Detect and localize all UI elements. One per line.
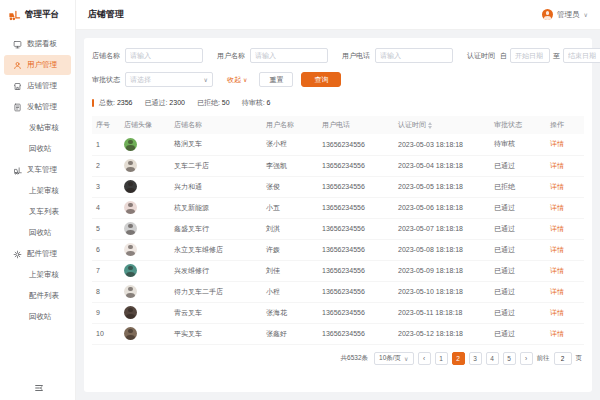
detail-link[interactable]: 详情: [550, 225, 564, 232]
row-index: 3: [92, 176, 120, 197]
prev-page-button[interactable]: ‹: [418, 352, 431, 365]
stats-accent-bar: [92, 99, 94, 107]
app-window: 管理平台 数据看板用户管理店铺管理发帖管理发帖审核回收站叉车管理上架审核叉车列表…: [0, 0, 600, 400]
page-size-select[interactable]: 10条/页 ∨: [374, 352, 413, 365]
collapse-filters-label: 收起: [227, 75, 241, 85]
detail-link[interactable]: 详情: [550, 140, 564, 147]
sidebar-item-配件列表[interactable]: 配件列表: [4, 286, 71, 306]
store-avatar-image: [124, 306, 137, 319]
table-row: 3兴力和通张俊136562345562023-05-05 18:18:18已拒绝…: [92, 176, 584, 197]
detail-link[interactable]: 详情: [550, 162, 564, 169]
sidebar-item-发帖管理[interactable]: 发帖管理: [4, 97, 71, 117]
query-button[interactable]: 查询: [301, 72, 341, 87]
user-name-input[interactable]: [250, 48, 328, 63]
detail-link[interactable]: 详情: [550, 204, 564, 211]
sidebar-item-上架审核[interactable]: 上架审核: [4, 265, 71, 285]
sidebar-item-店铺管理[interactable]: 店铺管理: [4, 76, 71, 96]
end-date-input[interactable]: [563, 48, 600, 63]
store-avatar: [120, 155, 170, 176]
store-name: 得力叉车二手店: [170, 281, 262, 302]
goto-label: 前往: [537, 354, 550, 363]
sidebar-item-叉车列表[interactable]: 叉车列表: [4, 202, 71, 222]
store-avatar: [120, 176, 170, 197]
approval-status-select[interactable]: 请选择 ∨: [125, 72, 213, 87]
table-body: 1格润叉车张小程136562345562023-05-03 18:18:18待审…: [92, 134, 584, 344]
start-date-input[interactable]: [510, 48, 550, 63]
approval-status: 已拒绝: [490, 176, 546, 197]
row-index: 1: [92, 134, 120, 155]
sidebar-item-label: 发帖管理: [27, 102, 57, 112]
user-icon: [13, 61, 22, 70]
table-header-row: 序号店铺头像店铺名称用户名称用户电话认证时间审批状态操作: [92, 116, 584, 134]
store-avatar: [120, 197, 170, 218]
sidebar-collapse-button[interactable]: [0, 376, 75, 400]
chevron-icon: ∨: [243, 76, 247, 83]
next-page-button[interactable]: ›: [520, 352, 533, 365]
page-button-4[interactable]: 4: [486, 352, 499, 365]
sort-icon[interactable]: [428, 122, 432, 129]
table-row: 10平实叉车张鑫好136562345562023-05-12 18:18:18已…: [92, 323, 584, 344]
approval-status: 已通过: [490, 260, 546, 281]
table-row: 4杭叉新能源小五136562345562023-05-06 18:18:18已通…: [92, 197, 584, 218]
column-header-店铺名称: 店铺名称: [170, 116, 262, 134]
sidebar-item-发帖审核[interactable]: 发帖审核: [4, 118, 71, 138]
forklift-logo-icon: [8, 9, 21, 22]
auth-time: 2023-05-10 18:18:18: [394, 281, 490, 302]
page-button-2[interactable]: 2: [452, 352, 465, 365]
user-menu[interactable]: 管理员 ∨: [542, 9, 588, 20]
auth-time: 2023-05-06 18:18:18: [394, 197, 490, 218]
store-avatar-image: [124, 327, 137, 340]
detail-link[interactable]: 详情: [550, 267, 564, 274]
row-index: 7: [92, 260, 120, 281]
auth-time: 2023-05-11 18:18:18: [394, 302, 490, 323]
row-index: 9: [92, 302, 120, 323]
store-avatar-image: [124, 159, 137, 172]
user-name: 许媛: [262, 239, 318, 260]
user-phone-input[interactable]: [375, 48, 453, 63]
detail-link[interactable]: 详情: [550, 309, 564, 316]
page-unit-label: 页: [576, 354, 583, 363]
user-name: 刘佳: [262, 260, 318, 281]
sidebar-item-用户管理[interactable]: 用户管理: [4, 55, 71, 75]
store-avatar: [120, 323, 170, 344]
sidebar-menu: 数据看板用户管理店铺管理发帖管理发帖审核回收站叉车管理上架审核叉车列表回收站配件…: [0, 30, 75, 376]
stats-bar: 总数: 2356已通过: 2300已拒绝: 50待审核: 6: [92, 98, 584, 108]
user-phone-filter: 用户电话: [342, 48, 453, 63]
sidebar-item-上架审核[interactable]: 上架审核: [4, 181, 71, 201]
page-button-1[interactable]: 1: [435, 352, 448, 365]
sidebar-item-回收站[interactable]: 回收站: [4, 139, 71, 159]
auth-time-label: 认证时间: [467, 51, 495, 61]
collapse-icon: [34, 383, 44, 394]
detail-action: 详情: [546, 155, 584, 176]
sidebar-item-配件管理[interactable]: 配件管理: [4, 244, 71, 264]
sidebar: 管理平台 数据看板用户管理店铺管理发帖管理发帖审核回收站叉车管理上架审核叉车列表…: [0, 0, 76, 400]
store-name-input[interactable]: [125, 48, 203, 63]
stat-item: 总数: 2356: [99, 99, 132, 106]
store-name: 青云叉车: [170, 302, 262, 323]
detail-link[interactable]: 详情: [550, 330, 564, 337]
store-name: 永立叉车维修店: [170, 239, 262, 260]
store-avatar: [120, 134, 170, 155]
store-table: 序号店铺头像店铺名称用户名称用户电话认证时间审批状态操作 1格润叉车张小程136…: [92, 116, 584, 345]
collapse-filters-link[interactable]: 收起 ∨: [227, 75, 247, 85]
reset-button[interactable]: 重置: [259, 72, 293, 87]
user-phone: 13656234556: [318, 302, 394, 323]
column-header-店铺头像: 店铺头像: [120, 116, 170, 134]
sidebar-item-数据看板[interactable]: 数据看板: [4, 34, 71, 54]
approval-status: 已通过: [490, 323, 546, 344]
sidebar-item-回收站[interactable]: 回收站: [4, 223, 71, 243]
sidebar-item-叉车管理[interactable]: 叉车管理: [4, 160, 71, 180]
goto-page-input[interactable]: [554, 352, 572, 365]
detail-action: 详情: [546, 197, 584, 218]
detail-link[interactable]: 详情: [550, 288, 564, 295]
column-header-认证时间[interactable]: 认证时间: [394, 116, 490, 134]
user-name-filter: 用户名称: [217, 48, 328, 63]
page-button-5[interactable]: 5: [503, 352, 516, 365]
sidebar-item-回收站[interactable]: 回收站: [4, 307, 71, 327]
page-size-label: 10条/页: [379, 354, 401, 363]
detail-link[interactable]: 详情: [550, 183, 564, 190]
page-button-3[interactable]: 3: [469, 352, 482, 365]
detail-link[interactable]: 详情: [550, 246, 564, 253]
user-phone: 13656234556: [318, 323, 394, 344]
detail-action: 详情: [546, 176, 584, 197]
